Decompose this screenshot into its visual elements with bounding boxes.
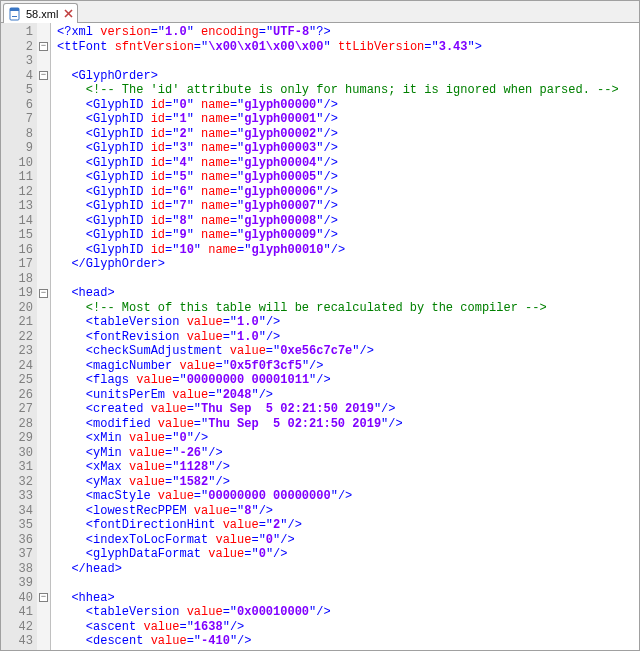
fold-cell — [37, 25, 50, 40]
code-line[interactable]: <?xml version="1.0" encoding="UTF-8"?> — [57, 25, 639, 40]
fold-toggle-icon[interactable]: − — [39, 289, 48, 298]
svg-rect-2 — [12, 16, 17, 17]
line-number: 9 — [1, 141, 33, 156]
fold-cell — [37, 199, 50, 214]
line-number: 17 — [1, 257, 33, 272]
fold-cell — [37, 330, 50, 345]
fold-cell — [37, 301, 50, 316]
code-line[interactable]: <fontRevision value="1.0"/> — [57, 330, 639, 345]
code-line[interactable]: <tableVersion value="1.0"/> — [57, 315, 639, 330]
code-line[interactable]: <GlyphID id="7" name="glyph00007"/> — [57, 199, 639, 214]
code-line[interactable]: <yMax value="1582"/> — [57, 475, 639, 490]
fold-cell — [37, 257, 50, 272]
code-line[interactable]: <flags value="00000000 00001011"/> — [57, 373, 639, 388]
code-line[interactable]: <fontDirectionHint value="2"/> — [57, 518, 639, 533]
code-line[interactable]: </GlyphOrder> — [57, 257, 639, 272]
fold-cell[interactable]: − — [37, 286, 50, 301]
fold-cell — [37, 359, 50, 374]
line-number: 25 — [1, 373, 33, 388]
fold-cell — [37, 460, 50, 475]
fold-cell[interactable]: − — [37, 591, 50, 606]
line-number: 40 — [1, 591, 33, 606]
fold-cell — [37, 228, 50, 243]
code-line[interactable]: <yMin value="-26"/> — [57, 446, 639, 461]
code-line[interactable] — [57, 54, 639, 69]
fold-gutter[interactable]: −−−− — [37, 23, 51, 650]
code-line[interactable]: <!-- Most of this table will be recalcul… — [57, 301, 639, 316]
line-number: 12 — [1, 185, 33, 200]
fold-cell — [37, 185, 50, 200]
line-number: 33 — [1, 489, 33, 504]
fold-toggle-icon[interactable]: − — [39, 71, 48, 80]
fold-cell — [37, 54, 50, 69]
code-line[interactable]: <descent value="-410"/> — [57, 634, 639, 649]
code-line[interactable]: <ttFont sfntVersion="\x00\x01\x00\x00" t… — [57, 40, 639, 55]
code-line[interactable]: <lowestRecPPEM value="8"/> — [57, 504, 639, 519]
code-area[interactable]: <?xml version="1.0" encoding="UTF-8"?><t… — [51, 23, 639, 650]
code-line[interactable]: <GlyphID id="9" name="glyph00009"/> — [57, 228, 639, 243]
fold-cell — [37, 141, 50, 156]
code-line[interactable]: <modified value="Thu Sep 5 02:21:50 2019… — [57, 417, 639, 432]
fold-cell — [37, 533, 50, 548]
line-number: 22 — [1, 330, 33, 345]
line-number: 20 — [1, 301, 33, 316]
code-line[interactable]: <magicNumber value="0x5f0f3cf5"/> — [57, 359, 639, 374]
code-line[interactable]: <GlyphID id="5" name="glyph00005"/> — [57, 170, 639, 185]
code-line[interactable]: <ascent value="1638"/> — [57, 620, 639, 635]
code-line[interactable] — [57, 576, 639, 591]
code-line[interactable]: <xMin value="0"/> — [57, 431, 639, 446]
line-number: 31 — [1, 460, 33, 475]
code-line[interactable]: <created value="Thu Sep 5 02:21:50 2019"… — [57, 402, 639, 417]
code-line[interactable]: <glyphDataFormat value="0"/> — [57, 547, 639, 562]
line-number: 24 — [1, 359, 33, 374]
line-number: 4 — [1, 69, 33, 84]
code-line[interactable]: <!-- The 'id' attribute is only for huma… — [57, 83, 639, 98]
line-number: 42 — [1, 620, 33, 635]
code-line[interactable]: <GlyphID id="2" name="glyph00002"/> — [57, 127, 639, 142]
line-number: 14 — [1, 214, 33, 229]
fold-toggle-icon[interactable]: − — [39, 42, 48, 51]
line-number: 7 — [1, 112, 33, 127]
code-line[interactable]: <GlyphID id="8" name="glyph00008"/> — [57, 214, 639, 229]
code-line[interactable]: <GlyphID id="10" name="glyph00010"/> — [57, 243, 639, 258]
fold-cell[interactable]: − — [37, 40, 50, 55]
fold-toggle-icon[interactable]: − — [39, 593, 48, 602]
file-tab[interactable]: 58.xml — [3, 3, 78, 23]
code-line[interactable]: <checkSumAdjustment value="0xe56c7c7e"/> — [57, 344, 639, 359]
code-line[interactable]: <GlyphID id="0" name="glyph00000"/> — [57, 98, 639, 113]
line-number: 29 — [1, 431, 33, 446]
tab-bar: 58.xml — [1, 1, 639, 23]
code-line[interactable]: <xMax value="1128"/> — [57, 460, 639, 475]
fold-cell — [37, 83, 50, 98]
fold-cell[interactable]: − — [37, 69, 50, 84]
fold-cell — [37, 344, 50, 359]
code-line[interactable]: <GlyphID id="3" name="glyph00003"/> — [57, 141, 639, 156]
line-number: 43 — [1, 634, 33, 649]
code-line[interactable]: <hhea> — [57, 591, 639, 606]
code-line[interactable] — [57, 272, 639, 287]
fold-cell — [37, 214, 50, 229]
fold-cell — [37, 315, 50, 330]
code-line[interactable]: <GlyphID id="6" name="glyph00006"/> — [57, 185, 639, 200]
code-line[interactable]: <head> — [57, 286, 639, 301]
code-editor[interactable]: 1234567891011121314151617181920212223242… — [1, 23, 639, 650]
close-icon[interactable] — [64, 8, 73, 20]
fold-cell — [37, 272, 50, 287]
line-number: 32 — [1, 475, 33, 490]
code-line[interactable]: <GlyphID id="1" name="glyph00001"/> — [57, 112, 639, 127]
fold-cell — [37, 475, 50, 490]
code-line[interactable]: <unitsPerEm value="2048"/> — [57, 388, 639, 403]
code-line[interactable]: <GlyphOrder> — [57, 69, 639, 84]
code-line[interactable]: <indexToLocFormat value="0"/> — [57, 533, 639, 548]
line-number: 27 — [1, 402, 33, 417]
line-number: 13 — [1, 199, 33, 214]
code-line[interactable]: <tableVersion value="0x00010000"/> — [57, 605, 639, 620]
code-line[interactable]: <GlyphID id="4" name="glyph00004"/> — [57, 156, 639, 171]
fold-cell — [37, 518, 50, 533]
fold-cell — [37, 446, 50, 461]
fold-cell — [37, 388, 50, 403]
fold-cell — [37, 170, 50, 185]
code-line[interactable]: <macStyle value="00000000 00000000"/> — [57, 489, 639, 504]
line-number: 21 — [1, 315, 33, 330]
code-line[interactable]: </head> — [57, 562, 639, 577]
